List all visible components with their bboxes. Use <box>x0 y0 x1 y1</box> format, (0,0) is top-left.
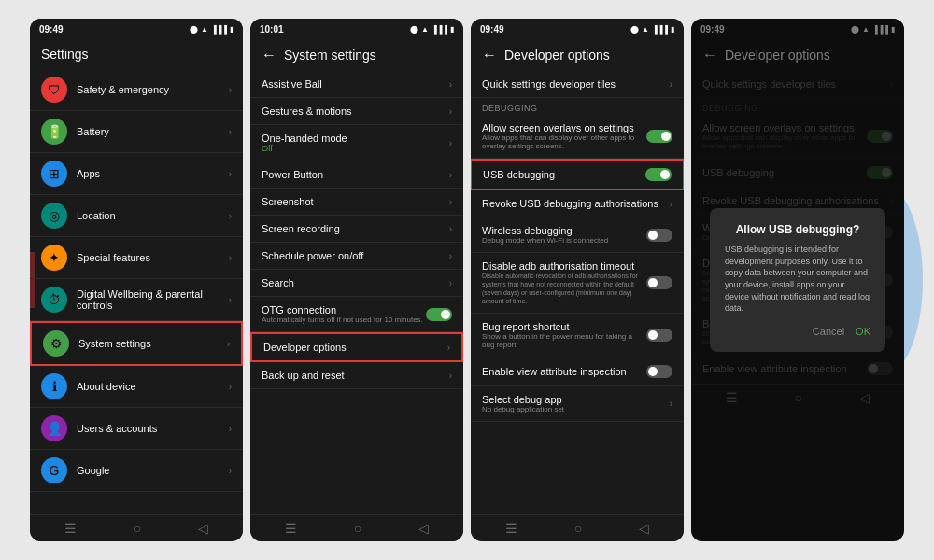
otg-toggle[interactable] <box>426 308 452 321</box>
item-gestures[interactable]: Gestures & motions › <box>250 98 463 125</box>
dialog-cancel-button[interactable]: Cancel <box>813 326 844 337</box>
status-icons-3: ⬤ ▲ ▐▐▐ ▮ <box>630 25 674 34</box>
item-search[interactable]: Search › <box>250 270 463 297</box>
google-label: Google <box>77 465 219 476</box>
back-arrow-2[interactable]: ← <box>262 47 276 63</box>
item-debugapp[interactable]: Select debug app No debug application se… <box>471 386 684 422</box>
usbdebug-toggle[interactable] <box>645 168 672 181</box>
settings-item-about[interactable]: ℹ About device › <box>30 366 243 408</box>
page-header-3: ← Developer options <box>471 39 684 71</box>
item-wireless-debug[interactable]: Wireless debugging Debug mode when Wi-Fi… <box>471 217 684 253</box>
apps-label: Apps <box>77 168 219 179</box>
system-icon: ⚙ <box>43 330 69 357</box>
gestures-chevron: › <box>449 106 452 117</box>
menu-btn-2[interactable]: ☰ <box>285 521 297 536</box>
settings-item-users[interactable]: 👤 Users & accounts › <box>30 408 243 450</box>
settings-item-system[interactable]: ⚙ System settings › <box>30 321 243 366</box>
adb-label: Disable adb authorisation timeout <box>482 260 641 272</box>
developer-chevron: › <box>447 343 450 353</box>
special-chevron: › <box>229 253 232 263</box>
settings-item-location[interactable]: ◎ Location › <box>30 195 243 237</box>
home-btn-2[interactable]: ○ <box>354 521 361 536</box>
location-chevron: › <box>229 211 232 221</box>
location-label: Location <box>77 210 219 221</box>
item-screenshot[interactable]: Screenshot › <box>250 189 463 216</box>
page-title-1: Settings <box>41 47 89 62</box>
notification-icon: ⬤ <box>190 25 198 34</box>
item-adb-timeout[interactable]: Disable adb authorisation timeout Disabl… <box>471 253 684 314</box>
system-chevron: › <box>227 339 230 349</box>
system-label: System settings <box>78 338 218 349</box>
item-otg[interactable]: OTG connection Automatically turns off i… <box>250 297 463 332</box>
adb-sub: Disable automatic revocation of adb auth… <box>482 272 641 305</box>
screenshot-chevron: › <box>449 197 452 207</box>
wellbeing-chevron: › <box>229 295 232 305</box>
item-usb-debug[interactable]: USB debugging <box>471 159 684 190</box>
wireless-label: Wireless debugging <box>482 225 641 236</box>
screen4-wrapper: 09:49 ⬤ ▲ ▐▐▐ ▮ ← Developer options Quic… <box>691 19 904 541</box>
bugreport-sub: Show a button in the power menu for taki… <box>482 332 641 349</box>
usbdebug-label: USB debugging <box>483 169 645 180</box>
home-btn-3[interactable]: ○ <box>574 521 582 536</box>
onehanded-label: One-handed mode <box>262 133 347 144</box>
home-btn-1[interactable]: ○ <box>134 521 141 536</box>
back-btn-1[interactable]: ◁ <box>198 521 208 536</box>
item-powerbutton[interactable]: Power Button › <box>250 161 463 189</box>
about-icon: ℹ <box>41 373 67 399</box>
item-quicksettings[interactable]: Quick settings developer tiles › <box>471 71 684 98</box>
developer-label: Developer options <box>263 342 347 353</box>
dialog-buttons: Cancel OK <box>725 326 870 337</box>
phone-screen-2: 10:01 ⬤ ▲ ▐▐▐ ▮ ← System settings Assist… <box>250 19 463 541</box>
google-chevron: › <box>229 466 232 476</box>
page-header-2: ← System settings <box>250 39 463 71</box>
adb-toggle[interactable] <box>646 276 672 289</box>
item-screenrecording[interactable]: Screen recording › <box>250 216 463 243</box>
overlays-toggle[interactable] <box>646 130 672 143</box>
apps-chevron: › <box>229 169 232 179</box>
settings-item-battery[interactable]: 🔋 Battery › <box>30 111 243 153</box>
menu-btn-1[interactable]: ☰ <box>64 521 77 536</box>
dialog-ok-button[interactable]: OK <box>856 326 870 337</box>
settings-item-safety[interactable]: 🛡 Safety & emergency › <box>30 69 243 111</box>
item-revoke[interactable]: Revoke USB debugging authorisations › <box>471 190 684 217</box>
screenshot-label: Screenshot <box>262 196 314 207</box>
settings-item-apps[interactable]: ⊞ Apps › <box>30 153 243 195</box>
menu-btn-3[interactable]: ☰ <box>505 521 517 536</box>
settings-item-wellbeing[interactable]: ⏱ Digital Wellbeing & parental controls … <box>30 279 243 321</box>
status-bar-3: 09:49 ⬤ ▲ ▐▐▐ ▮ <box>471 19 684 39</box>
item-onehanded[interactable]: One-handed mode Off › <box>250 125 463 161</box>
apps-icon: ⊞ <box>41 161 67 187</box>
otg-label: OTG connection <box>262 304 423 315</box>
onehanded-sub: Off <box>262 144 347 153</box>
back-btn-2[interactable]: ◁ <box>418 521 429 536</box>
usb-dialog: Allow USB debugging? USB debugging is in… <box>710 208 885 352</box>
item-overlays[interactable]: Allow screen overlays on settings Allow … <box>471 115 684 159</box>
settings-item-google[interactable]: G Google › <box>30 450 243 492</box>
signal-icon-3: ▐▐▐ <box>652 25 668 34</box>
item-bugreport[interactable]: Bug report shortcut Show a button in the… <box>471 314 684 357</box>
revoke-label: Revoke USB debugging authorisations <box>482 198 658 209</box>
powerbutton-chevron: › <box>449 170 452 180</box>
item-schedule[interactable]: Schedule power on/off › <box>250 243 463 270</box>
debugapp-chevron: › <box>670 399 672 409</box>
bottom-nav-2: ☰ ○ ◁ <box>250 514 463 541</box>
item-viewattribute[interactable]: Enable view attribute inspection <box>471 357 684 386</box>
signal-icon: ▐▐▐ <box>211 25 227 34</box>
quicksettings-label: Quick settings developer tiles <box>482 78 616 90</box>
assistive-label: Assistive Ball <box>262 78 322 90</box>
wireless-toggle[interactable] <box>646 229 672 242</box>
backup-label: Back up and reset <box>262 370 345 381</box>
battery-icon-2: ▮ <box>450 25 454 34</box>
notif-icon-2: ⬤ <box>410 25 418 34</box>
bugreport-toggle[interactable] <box>646 329 672 342</box>
item-backup[interactable]: Back up and reset › <box>250 362 463 389</box>
item-developer[interactable]: Developer options › <box>250 332 463 362</box>
debugapp-label: Select debug app <box>482 394 564 405</box>
back-arrow-3[interactable]: ← <box>482 47 497 63</box>
item-assistive[interactable]: Assistive Ball › <box>250 71 463 98</box>
page-header-1: Settings <box>30 39 243 69</box>
back-btn-3[interactable]: ◁ <box>639 521 649 536</box>
settings-item-special[interactable]: ✦ Special features › <box>30 237 243 279</box>
viewattr-toggle[interactable] <box>646 365 672 378</box>
wireless-sub: Debug mode when Wi-Fi is connected <box>482 236 641 245</box>
